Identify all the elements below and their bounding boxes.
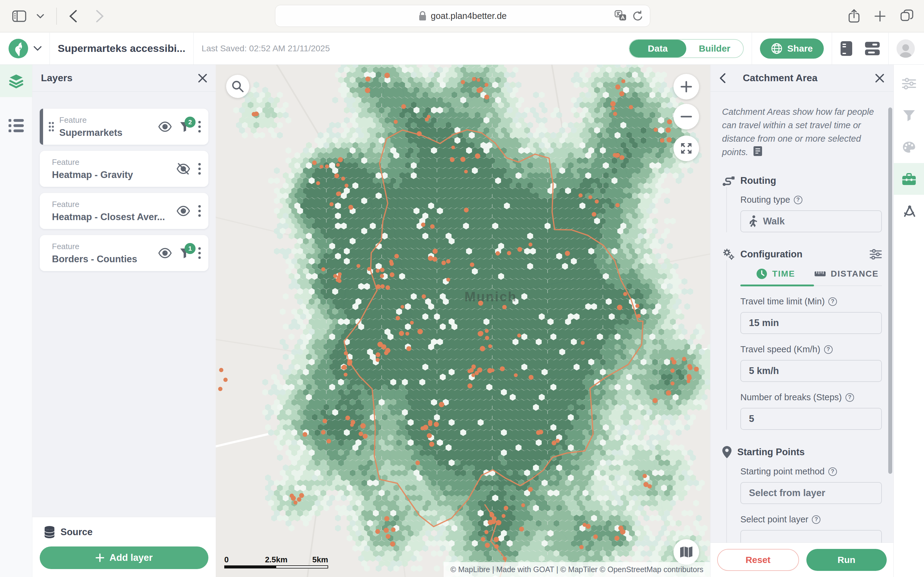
- reload-icon[interactable]: [632, 10, 643, 22]
- docs-book-icon[interactable]: [753, 146, 762, 156]
- travel-speed-input[interactable]: 5 km/h: [740, 360, 882, 382]
- fullscreen-icon: [680, 142, 693, 155]
- mode-toggle: Data Builder: [629, 39, 744, 58]
- active-tab-indicator: [740, 285, 814, 286]
- help-icon[interactable]: ?: [845, 393, 854, 402]
- avatar[interactable]: [897, 39, 915, 58]
- routing-section: Routing Routing type? Walk: [722, 175, 882, 232]
- routing-type-label: Routing type?: [740, 195, 882, 205]
- visibility-eye-icon[interactable]: [158, 121, 172, 132]
- tool-scenario-button[interactable]: [894, 195, 924, 227]
- share-button[interactable]: Share: [760, 39, 824, 59]
- layers-tool-button[interactable]: [0, 65, 32, 97]
- url-bar[interactable]: goat.plan4better.de: [275, 5, 650, 27]
- layer-card-borders-counties[interactable]: Feature Borders - Counties 1: [40, 235, 208, 271]
- travel-speed-label: Travel speed (Km/h)?: [740, 344, 882, 355]
- layer-card-heatmap-closest[interactable]: Feature Heatmap - Closest Aver...: [40, 193, 208, 229]
- map-canvas[interactable]: Munich 0: [216, 65, 710, 577]
- kebab-menu-icon[interactable]: [198, 205, 201, 217]
- source-label[interactable]: Source: [60, 527, 92, 538]
- palette-icon: [902, 141, 916, 153]
- breaks-input[interactable]: 5: [740, 408, 882, 430]
- plus-icon: [95, 553, 105, 562]
- reset-button[interactable]: Reset: [717, 549, 799, 571]
- tabs-overview-icon[interactable]: [900, 10, 914, 23]
- visibility-eye-off-icon[interactable]: [177, 163, 190, 175]
- mode-data-button[interactable]: Data: [630, 40, 686, 57]
- help-icon[interactable]: ?: [824, 345, 833, 354]
- tool-properties-button[interactable]: [894, 68, 924, 100]
- layers-icon: [8, 73, 24, 89]
- project-title[interactable]: Supermarteks accessibi...: [58, 42, 186, 54]
- new-tab-icon[interactable]: [874, 10, 886, 22]
- advanced-settings-icon[interactable]: [870, 249, 882, 259]
- back-icon[interactable]: [69, 10, 77, 23]
- layer-type: Feature: [52, 158, 177, 167]
- tab-distance[interactable]: DISTANCE: [811, 268, 882, 279]
- tool-toolbox-button[interactable]: [894, 163, 924, 195]
- help-icon[interactable]: ?: [829, 467, 837, 476]
- legend-tool-button[interactable]: [0, 109, 32, 142]
- docs-icon[interactable]: [840, 40, 853, 56]
- plus-icon: [680, 81, 692, 93]
- panels-icon[interactable]: [864, 41, 880, 56]
- breaks-label: Number of breaks (Steps)?: [740, 392, 882, 402]
- basemap-icon: [680, 546, 693, 558]
- routing-type-select[interactable]: Walk: [740, 210, 882, 232]
- mode-builder-button[interactable]: Builder: [686, 40, 743, 57]
- run-button[interactable]: Run: [806, 549, 887, 571]
- filter-icon[interactable]: 1: [180, 248, 190, 258]
- selected-indicator: [40, 109, 43, 145]
- gears-icon: [722, 248, 735, 260]
- zoom-out-button[interactable]: [674, 104, 699, 129]
- translate-icon[interactable]: [614, 10, 627, 22]
- basemap-style-button[interactable]: [674, 539, 699, 565]
- sliders-icon: [902, 78, 916, 89]
- svg-text:Munich: Munich: [464, 289, 517, 304]
- map-search-button[interactable]: [226, 75, 249, 98]
- layer-card-heatmap-gravity[interactable]: Feature Heatmap - Gravity: [40, 151, 208, 187]
- tool-filter-button[interactable]: [894, 100, 924, 131]
- starting-points-heading: Starting Points: [737, 446, 804, 458]
- layer-name: Borders - Counties: [52, 254, 158, 265]
- kebab-menu-icon[interactable]: [198, 121, 201, 133]
- travel-time-input[interactable]: 15 min: [740, 312, 882, 334]
- chevron-down-icon[interactable]: [37, 14, 44, 18]
- visibility-eye-icon[interactable]: [177, 206, 190, 216]
- kebab-menu-icon[interactable]: [198, 247, 201, 259]
- ruler-icon: [814, 271, 826, 277]
- tab-time[interactable]: TIME: [740, 268, 811, 279]
- project-menu-chevron-icon[interactable]: [34, 46, 42, 51]
- zoom-in-button[interactable]: [674, 74, 699, 100]
- layers-panel-title: Layers: [41, 73, 73, 84]
- filter-icon[interactable]: 2: [180, 121, 190, 132]
- map-attribution[interactable]: © MapLibre | Made with GOAT | © MapTiler…: [444, 562, 710, 577]
- scale-mid: 2.5km: [265, 555, 288, 564]
- configuration-section: Configuration TIME: [722, 248, 882, 430]
- help-icon[interactable]: ?: [829, 297, 837, 306]
- routing-heading: Routing: [740, 175, 776, 186]
- filter-count-badge: 1: [184, 243, 195, 254]
- visibility-eye-icon[interactable]: [158, 248, 172, 258]
- goat-logo[interactable]: [8, 39, 28, 58]
- sidebar-toggle-icon[interactable]: [12, 10, 26, 22]
- back-chevron-icon[interactable]: [720, 73, 726, 83]
- point-layer-select[interactable]: [740, 530, 882, 543]
- share-page-icon[interactable]: [848, 9, 860, 23]
- fullscreen-button[interactable]: [674, 135, 699, 161]
- configuration-heading: Configuration: [740, 249, 802, 260]
- right-tools-rail: [893, 65, 924, 577]
- close-icon[interactable]: [198, 74, 207, 83]
- help-icon[interactable]: ?: [794, 196, 802, 204]
- help-icon[interactable]: ?: [812, 515, 821, 524]
- layer-card-supermarkets[interactable]: Feature Supermarkets 2: [40, 109, 208, 145]
- starting-method-select[interactable]: Select from layer: [740, 482, 882, 504]
- tool-style-button[interactable]: [894, 131, 924, 163]
- drag-handle-icon[interactable]: [48, 121, 54, 132]
- kebab-menu-icon[interactable]: [198, 163, 201, 175]
- add-layer-button[interactable]: Add layer: [40, 546, 208, 569]
- layer-name: Heatmap - Gravity: [52, 169, 177, 181]
- panel-scrollbar[interactable]: [888, 108, 892, 474]
- walk-icon: [749, 215, 758, 227]
- close-icon[interactable]: [875, 74, 884, 83]
